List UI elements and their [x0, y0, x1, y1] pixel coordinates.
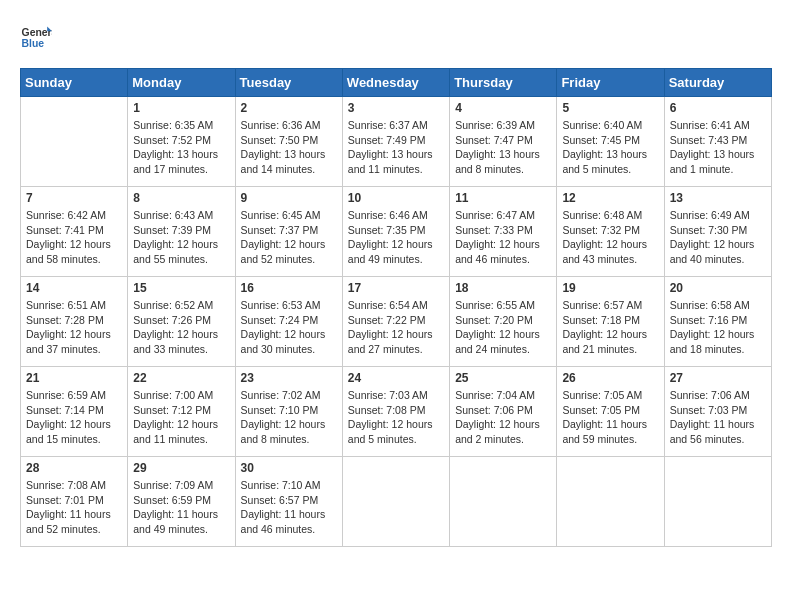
day-info: Sunrise: 6:52 AMSunset: 7:26 PMDaylight:…	[133, 298, 229, 357]
weekday-header-wednesday: Wednesday	[342, 69, 449, 97]
day-number: 14	[26, 281, 122, 295]
weekday-header-saturday: Saturday	[664, 69, 771, 97]
calendar-cell: 5Sunrise: 6:40 AMSunset: 7:45 PMDaylight…	[557, 97, 664, 187]
day-number: 22	[133, 371, 229, 385]
calendar-cell	[21, 97, 128, 187]
day-info: Sunrise: 6:58 AMSunset: 7:16 PMDaylight:…	[670, 298, 766, 357]
week-row-5: 28Sunrise: 7:08 AMSunset: 7:01 PMDayligh…	[21, 457, 772, 547]
calendar-cell: 8Sunrise: 6:43 AMSunset: 7:39 PMDaylight…	[128, 187, 235, 277]
day-info: Sunrise: 6:40 AMSunset: 7:45 PMDaylight:…	[562, 118, 658, 177]
weekday-header-monday: Monday	[128, 69, 235, 97]
calendar-cell: 29Sunrise: 7:09 AMSunset: 6:59 PMDayligh…	[128, 457, 235, 547]
weekday-header-friday: Friday	[557, 69, 664, 97]
day-number: 2	[241, 101, 337, 115]
day-number: 18	[455, 281, 551, 295]
calendar-cell: 10Sunrise: 6:46 AMSunset: 7:35 PMDayligh…	[342, 187, 449, 277]
calendar-cell: 30Sunrise: 7:10 AMSunset: 6:57 PMDayligh…	[235, 457, 342, 547]
calendar-cell: 28Sunrise: 7:08 AMSunset: 7:01 PMDayligh…	[21, 457, 128, 547]
day-info: Sunrise: 7:09 AMSunset: 6:59 PMDaylight:…	[133, 478, 229, 537]
calendar: SundayMondayTuesdayWednesdayThursdayFrid…	[20, 68, 772, 547]
day-info: Sunrise: 7:08 AMSunset: 7:01 PMDaylight:…	[26, 478, 122, 537]
day-number: 19	[562, 281, 658, 295]
calendar-cell: 14Sunrise: 6:51 AMSunset: 7:28 PMDayligh…	[21, 277, 128, 367]
calendar-cell: 4Sunrise: 6:39 AMSunset: 7:47 PMDaylight…	[450, 97, 557, 187]
day-number: 17	[348, 281, 444, 295]
day-number: 6	[670, 101, 766, 115]
calendar-cell: 20Sunrise: 6:58 AMSunset: 7:16 PMDayligh…	[664, 277, 771, 367]
calendar-cell	[664, 457, 771, 547]
day-info: Sunrise: 7:10 AMSunset: 6:57 PMDaylight:…	[241, 478, 337, 537]
calendar-cell: 15Sunrise: 6:52 AMSunset: 7:26 PMDayligh…	[128, 277, 235, 367]
calendar-cell: 9Sunrise: 6:45 AMSunset: 7:37 PMDaylight…	[235, 187, 342, 277]
day-number: 30	[241, 461, 337, 475]
day-number: 11	[455, 191, 551, 205]
day-info: Sunrise: 7:02 AMSunset: 7:10 PMDaylight:…	[241, 388, 337, 447]
week-row-1: 1Sunrise: 6:35 AMSunset: 7:52 PMDaylight…	[21, 97, 772, 187]
svg-text:Blue: Blue	[22, 38, 45, 49]
day-number: 15	[133, 281, 229, 295]
weekday-header-tuesday: Tuesday	[235, 69, 342, 97]
calendar-cell: 22Sunrise: 7:00 AMSunset: 7:12 PMDayligh…	[128, 367, 235, 457]
calendar-cell: 6Sunrise: 6:41 AMSunset: 7:43 PMDaylight…	[664, 97, 771, 187]
day-number: 27	[670, 371, 766, 385]
calendar-cell: 18Sunrise: 6:55 AMSunset: 7:20 PMDayligh…	[450, 277, 557, 367]
day-info: Sunrise: 6:55 AMSunset: 7:20 PMDaylight:…	[455, 298, 551, 357]
calendar-cell: 3Sunrise: 6:37 AMSunset: 7:49 PMDaylight…	[342, 97, 449, 187]
day-info: Sunrise: 6:49 AMSunset: 7:30 PMDaylight:…	[670, 208, 766, 267]
day-info: Sunrise: 6:41 AMSunset: 7:43 PMDaylight:…	[670, 118, 766, 177]
day-info: Sunrise: 6:35 AMSunset: 7:52 PMDaylight:…	[133, 118, 229, 177]
weekday-header-thursday: Thursday	[450, 69, 557, 97]
calendar-cell: 19Sunrise: 6:57 AMSunset: 7:18 PMDayligh…	[557, 277, 664, 367]
day-number: 20	[670, 281, 766, 295]
day-number: 12	[562, 191, 658, 205]
calendar-cell: 23Sunrise: 7:02 AMSunset: 7:10 PMDayligh…	[235, 367, 342, 457]
day-number: 9	[241, 191, 337, 205]
day-number: 23	[241, 371, 337, 385]
day-info: Sunrise: 6:53 AMSunset: 7:24 PMDaylight:…	[241, 298, 337, 357]
weekday-header-sunday: Sunday	[21, 69, 128, 97]
weekday-header-row: SundayMondayTuesdayWednesdayThursdayFrid…	[21, 69, 772, 97]
calendar-cell	[342, 457, 449, 547]
day-number: 29	[133, 461, 229, 475]
day-info: Sunrise: 6:46 AMSunset: 7:35 PMDaylight:…	[348, 208, 444, 267]
calendar-cell: 17Sunrise: 6:54 AMSunset: 7:22 PMDayligh…	[342, 277, 449, 367]
day-info: Sunrise: 6:42 AMSunset: 7:41 PMDaylight:…	[26, 208, 122, 267]
day-number: 21	[26, 371, 122, 385]
day-number: 16	[241, 281, 337, 295]
day-info: Sunrise: 6:43 AMSunset: 7:39 PMDaylight:…	[133, 208, 229, 267]
day-info: Sunrise: 7:05 AMSunset: 7:05 PMDaylight:…	[562, 388, 658, 447]
day-info: Sunrise: 6:54 AMSunset: 7:22 PMDaylight:…	[348, 298, 444, 357]
day-number: 4	[455, 101, 551, 115]
day-number: 7	[26, 191, 122, 205]
day-number: 8	[133, 191, 229, 205]
day-number: 26	[562, 371, 658, 385]
calendar-cell: 1Sunrise: 6:35 AMSunset: 7:52 PMDaylight…	[128, 97, 235, 187]
day-info: Sunrise: 6:59 AMSunset: 7:14 PMDaylight:…	[26, 388, 122, 447]
day-number: 24	[348, 371, 444, 385]
calendar-cell	[557, 457, 664, 547]
day-info: Sunrise: 6:47 AMSunset: 7:33 PMDaylight:…	[455, 208, 551, 267]
calendar-cell: 11Sunrise: 6:47 AMSunset: 7:33 PMDayligh…	[450, 187, 557, 277]
day-number: 25	[455, 371, 551, 385]
day-number: 5	[562, 101, 658, 115]
day-info: Sunrise: 6:48 AMSunset: 7:32 PMDaylight:…	[562, 208, 658, 267]
day-number: 10	[348, 191, 444, 205]
calendar-cell: 7Sunrise: 6:42 AMSunset: 7:41 PMDaylight…	[21, 187, 128, 277]
logo: General Blue	[20, 20, 56, 52]
calendar-cell: 24Sunrise: 7:03 AMSunset: 7:08 PMDayligh…	[342, 367, 449, 457]
day-number: 13	[670, 191, 766, 205]
week-row-4: 21Sunrise: 6:59 AMSunset: 7:14 PMDayligh…	[21, 367, 772, 457]
calendar-cell: 25Sunrise: 7:04 AMSunset: 7:06 PMDayligh…	[450, 367, 557, 457]
calendar-cell: 27Sunrise: 7:06 AMSunset: 7:03 PMDayligh…	[664, 367, 771, 457]
day-info: Sunrise: 7:00 AMSunset: 7:12 PMDaylight:…	[133, 388, 229, 447]
calendar-cell: 21Sunrise: 6:59 AMSunset: 7:14 PMDayligh…	[21, 367, 128, 457]
logo-icon: General Blue	[20, 20, 52, 52]
day-info: Sunrise: 7:04 AMSunset: 7:06 PMDaylight:…	[455, 388, 551, 447]
calendar-cell	[450, 457, 557, 547]
day-number: 3	[348, 101, 444, 115]
calendar-cell: 26Sunrise: 7:05 AMSunset: 7:05 PMDayligh…	[557, 367, 664, 457]
day-info: Sunrise: 6:37 AMSunset: 7:49 PMDaylight:…	[348, 118, 444, 177]
day-info: Sunrise: 6:51 AMSunset: 7:28 PMDaylight:…	[26, 298, 122, 357]
day-info: Sunrise: 6:45 AMSunset: 7:37 PMDaylight:…	[241, 208, 337, 267]
calendar-cell: 12Sunrise: 6:48 AMSunset: 7:32 PMDayligh…	[557, 187, 664, 277]
